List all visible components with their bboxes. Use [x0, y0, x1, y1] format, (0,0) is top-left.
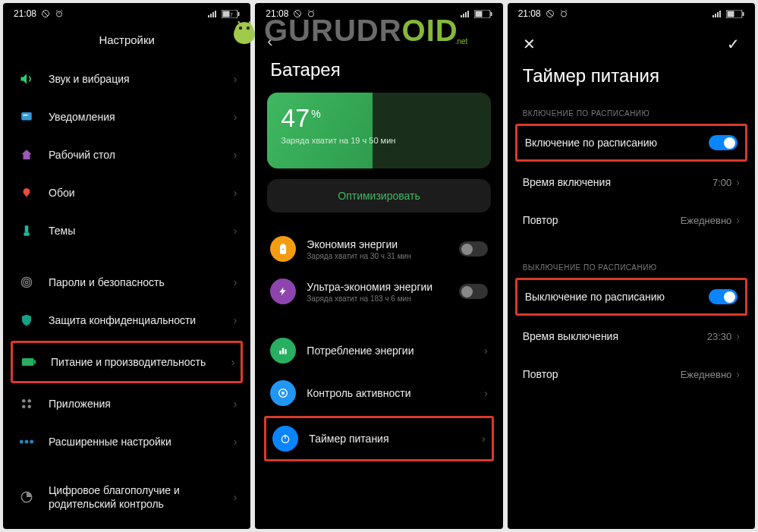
chevron-right-icon: ›: [234, 314, 237, 326]
more-icon: [17, 432, 36, 452]
dnd-icon: [546, 9, 555, 18]
item-notifications[interactable]: Уведомления ›: [11, 98, 243, 136]
battery-icon: [19, 352, 39, 372]
fingerprint-icon: [17, 272, 36, 292]
item-timer[interactable]: Таймер питания ›: [264, 416, 493, 461]
item-usage[interactable]: Потребление энергии ›: [255, 329, 502, 372]
signal-icon: [461, 10, 471, 17]
back-icon[interactable]: ‹: [267, 32, 272, 52]
toggle-on[interactable]: [709, 135, 738, 150]
svg-rect-13: [212, 12, 214, 17]
item-security[interactable]: Пароли и безопасность ›: [11, 263, 243, 301]
svg-point-31: [28, 405, 32, 409]
item-apps[interactable]: Приложения ›: [11, 385, 243, 423]
wallpaper-icon: [17, 183, 36, 203]
svg-line-40: [313, 11, 315, 11]
row-off-toggle[interactable]: Выключение по расписанию: [515, 278, 747, 316]
item-advanced[interactable]: Расширенные настройки ›: [11, 423, 243, 461]
svg-point-32: [20, 440, 24, 444]
svg-rect-63: [712, 15, 714, 17]
chevron-right-icon: ›: [234, 276, 237, 288]
row-on-time[interactable]: Время включения 7:00›: [508, 163, 755, 201]
row-off-repeat[interactable]: Повтор Ежедневно›: [508, 355, 755, 393]
svg-rect-14: [215, 11, 216, 17]
item-wallpaper[interactable]: Обои ›: [11, 174, 243, 212]
chevron-right-icon: ›: [484, 387, 488, 399]
chevron-right-icon: ›: [234, 491, 237, 503]
item-saver[interactable]: + Экономия энергии Заряда хватит на 30 ч…: [255, 228, 502, 270]
svg-point-28: [22, 399, 26, 403]
home-icon: [17, 145, 36, 165]
svg-line-37: [295, 11, 300, 16]
alarm-icon: [55, 9, 64, 18]
power-icon: [272, 426, 298, 452]
chevron-right-icon: ›: [234, 225, 237, 237]
item-activity[interactable]: Контроль активности ›: [255, 372, 502, 414]
status-bar: 21:08: [255, 3, 502, 24]
chevron-right-icon: ›: [736, 368, 740, 380]
page-title: Настройки: [3, 24, 250, 60]
svg-point-34: [30, 440, 33, 444]
svg-line-61: [561, 11, 562, 11]
item-home[interactable]: Рабочий стол ›: [11, 136, 243, 174]
optimize-button[interactable]: Оптимизировать: [267, 179, 490, 212]
toggle-off[interactable]: [709, 289, 738, 304]
dnd-icon: [41, 9, 50, 18]
status-bar: 21:08 47: [3, 3, 250, 24]
chevron-right-icon: ›: [234, 73, 237, 85]
svg-text:47: 47: [227, 11, 233, 17]
svg-line-39: [308, 11, 310, 11]
shield-icon: [17, 310, 36, 330]
apps-icon: [17, 394, 36, 414]
close-icon[interactable]: ✕: [523, 35, 536, 53]
chevron-right-icon: ›: [736, 330, 740, 342]
svg-point-30: [22, 405, 26, 409]
item-privacy[interactable]: Защита конфиденциальности ›: [11, 301, 243, 339]
row-off-time[interactable]: Время выключения 23:30›: [508, 317, 755, 355]
item-themes[interactable]: Темы ›: [11, 212, 243, 250]
svg-rect-27: [34, 360, 36, 364]
toggle-saver[interactable]: [459, 241, 488, 257]
svg-line-59: [548, 11, 552, 16]
svg-rect-42: [463, 14, 464, 17]
status-time: 21:08: [518, 8, 541, 19]
row-on-toggle[interactable]: Включение по расписанию: [515, 124, 747, 162]
battery-icon: 47: [222, 10, 240, 18]
battery-icon: [726, 10, 744, 18]
svg-rect-20: [24, 115, 28, 116]
battery-pct: 47: [281, 103, 310, 133]
chevron-right-icon: ›: [234, 111, 237, 123]
svg-rect-69: [742, 12, 744, 16]
svg-rect-46: [475, 11, 482, 17]
svg-rect-26: [22, 358, 34, 366]
item-ultra-saver[interactable]: Ультра-экономия энергии Заряда хватит на…: [255, 270, 502, 313]
svg-rect-22: [24, 232, 30, 236]
alarm-icon: [307, 9, 316, 18]
battery-remaining: Заряда хватит на 19 ч 50 мин: [281, 136, 477, 145]
alarm-icon: [559, 9, 568, 18]
row-on-repeat[interactable]: Повтор Ежедневно›: [508, 201, 755, 239]
toggle-ultra[interactable]: [459, 284, 488, 299]
status-time: 21:08: [14, 8, 36, 19]
screen-battery: 21:08 ‹ Батарея 47% Заряда хватит на 19 …: [255, 3, 502, 529]
item-power[interactable]: Питание и производительность ›: [11, 341, 243, 383]
battery-icon: [474, 10, 492, 18]
chevron-right-icon: ›: [736, 214, 740, 226]
svg-rect-12: [210, 14, 212, 17]
svg-rect-53: [285, 349, 287, 354]
status-bar: 21:08: [508, 3, 755, 24]
section-off-header: ВЫКЛЮЧЕНИЕ ПО РАСПИСАНИЮ: [508, 253, 755, 276]
confirm-icon[interactable]: ✓: [727, 35, 740, 53]
svg-text:+: +: [281, 246, 285, 253]
item-wellbeing[interactable]: Цифровое благополучие и родительский кон…: [11, 474, 243, 520]
svg-rect-68: [727, 11, 734, 17]
svg-rect-66: [719, 11, 721, 17]
volume-icon: [17, 69, 36, 89]
item-sound[interactable]: Звук и вибрация ›: [11, 60, 243, 98]
battery-card[interactable]: 47% Заряда хватит на 19 ч 50 мин: [267, 93, 490, 168]
activity-icon: [270, 380, 296, 406]
svg-point-60: [561, 11, 566, 17]
page-title: Таймер питания: [508, 61, 755, 99]
svg-rect-17: [238, 12, 240, 16]
svg-point-29: [28, 399, 32, 403]
